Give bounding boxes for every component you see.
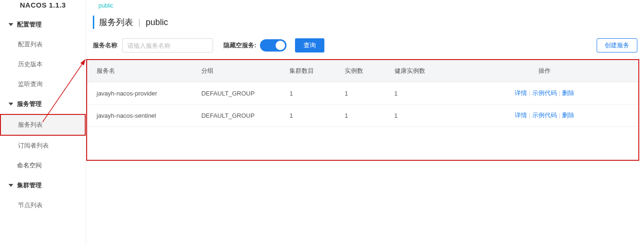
menu-item-config-list[interactable]: 配置列表 [0,35,86,54]
col-clusters: 集群数目 [280,60,335,82]
action-sample[interactable]: 示例代码 [532,112,557,119]
table-row: javayh-nacos-sentinelDEFAULT_GROUP111详情|… [87,105,638,127]
cell-healthy: 1 [385,82,451,105]
page-namespace: public [146,17,168,27]
service-name-label: 服务名称 [93,41,117,50]
sidebar-menu: 配置管理 配置列表 历史版本 监听查询 服务管理 服务列表 订阅者列表 命名空间… [0,15,86,215]
namespace-tabs: public [86,0,644,14]
menu-item-service-list[interactable]: 服务列表 [0,114,86,136]
menu-item-subscribers[interactable]: 订阅者列表 [0,136,86,156]
app-name: NACOS [20,1,47,9]
toggle-knob [276,41,285,50]
action-detail[interactable]: 详情 [515,112,527,119]
action-delete[interactable]: 删除 [562,89,574,96]
cell-instances: 1 [335,105,385,127]
cell-instances: 1 [335,82,385,105]
menu-item-listener[interactable]: 监听查询 [0,74,86,94]
menu-group-service[interactable]: 服务管理 [0,94,86,114]
query-button[interactable]: 查询 [295,38,324,52]
service-table: 服务名 分组 集群数目 实例数 健康实例数 操作 javayh-nacos-pr… [87,60,638,127]
cell-clusters: 1 [280,82,335,105]
menu-group-label: 服务管理 [17,100,42,108]
menu-item-namespace[interactable]: 命名空间 [0,156,86,175]
cell-service: javayh-nacos-sentinel [87,105,192,127]
hide-empty-label: 隐藏空服务: [224,41,256,50]
cell-group: DEFAULT_GROUP [192,82,280,105]
menu-group-cluster[interactable]: 集群管理 [0,175,86,195]
service-table-container: 服务名 分组 集群数目 实例数 健康实例数 操作 javayh-nacos-pr… [86,59,639,161]
menu-item-node-list[interactable]: 节点列表 [0,195,86,215]
col-group: 分组 [192,60,280,82]
menu-group-label: 命名空间 [17,161,42,170]
menu-group-label: 集群管理 [17,181,42,190]
caret-down-icon [9,184,13,187]
menu-group-label: 配置管理 [17,20,42,29]
caret-down-icon [9,23,13,26]
col-instances: 实例数 [335,60,385,82]
tab-public[interactable]: public [98,2,113,9]
cell-actions: 详情|示例代码|删除 [451,105,638,127]
action-sample[interactable]: 示例代码 [532,89,557,96]
action-detail[interactable]: 详情 [515,89,527,96]
col-healthy: 健康实例数 [385,60,451,82]
hide-empty-toggle[interactable] [260,39,286,52]
table-row: javayh-nacos-providerDEFAULT_GROUP111详情|… [87,82,638,105]
caret-down-icon [9,103,13,105]
filter-bar: 服务名称 隐藏空服务: 查询 创建服务 [86,38,644,59]
cell-actions: 详情|示例代码|删除 [451,82,638,105]
app-version: 1.1.3 [49,1,66,9]
sidebar: NACOS 1.1.3 配置管理 配置列表 历史版本 监听查询 服务管理 服务列… [0,0,86,244]
title-separator: | [138,17,141,27]
table-header-row: 服务名 分组 集群数目 实例数 健康实例数 操作 [87,60,638,82]
action-delete[interactable]: 删除 [562,112,574,119]
col-service: 服务名 [87,60,192,82]
service-name-input[interactable] [122,38,213,52]
col-actions: 操作 [451,60,638,82]
cell-clusters: 1 [280,105,335,127]
cell-healthy: 1 [385,105,451,127]
app-logo: NACOS 1.1.3 [0,0,86,15]
table-padding [87,127,638,160]
main-content: public 服务列表 | public 服务名称 隐藏空服务: 查询 创建服务… [86,0,644,244]
create-service-button[interactable]: 创建服务 [597,38,637,52]
page-title-text: 服务列表 [99,17,133,27]
cell-group: DEFAULT_GROUP [192,105,280,127]
cell-service: javayh-nacos-provider [87,82,192,105]
page-title: 服务列表 | public [93,16,637,29]
menu-group-config[interactable]: 配置管理 [0,15,86,35]
menu-item-history[interactable]: 历史版本 [0,54,86,74]
